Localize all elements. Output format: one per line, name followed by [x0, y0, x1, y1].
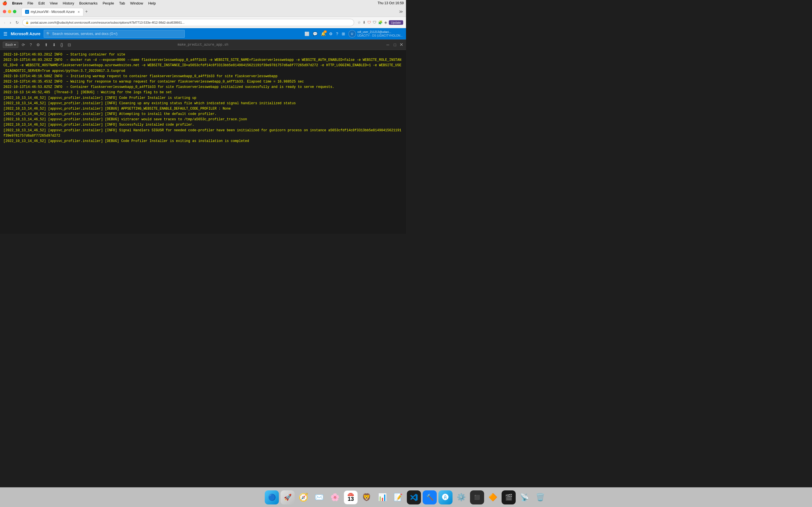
help-button[interactable]: ?	[29, 42, 33, 48]
page-layout: A myLinuxVM - Microsoft Azure ✕ + ≫ ‹ › …	[0, 6, 406, 234]
address-bar[interactable]: 🔒 portal.azure.com/#@udacityhol.onmicros…	[22, 19, 354, 26]
download-icon[interactable]: ⬇	[363, 20, 366, 24]
log-line: 2022-10-13T14:46:35.453Z INFO – Waiting …	[3, 79, 403, 84]
menu-bar-left: 🍎 Brave File Edit View History Bookmarks…	[2, 1, 156, 5]
extension-icon1[interactable]: 🛡	[373, 20, 376, 24]
log-line: [2022_10_13_14_46_52] [appsvc_profiler.i…	[3, 122, 403, 128]
download-terminal-button[interactable]: ⬇	[51, 42, 57, 48]
log-line: 2022-10-13 14:46:52,485 [Thread-3 ] [DEB…	[3, 90, 403, 95]
apple-menu[interactable]: 🍎	[2, 1, 7, 5]
active-tab[interactable]: A myLinuxVM - Microsoft Azure ✕	[21, 8, 84, 16]
log-line: [2022_10_13_14_46_52] [appsvc_profiler.i…	[3, 138, 403, 144]
close-terminal[interactable]: ✕	[400, 42, 403, 48]
azure-search-placeholder: Search resources, services, and docs (G+…	[52, 32, 117, 36]
script-button[interactable]: ⊡	[66, 42, 72, 48]
shell-dropdown[interactable]: Bash ▾	[3, 42, 18, 48]
favicon-letter: A	[26, 11, 28, 13]
lock-icon: 🔒	[26, 21, 29, 24]
azure-header: ☰ Microsoft Azure 🔍 Search resources, se…	[0, 28, 406, 40]
feedback-icon[interactable]: 💬	[313, 32, 317, 36]
user-org: UDACITY - DS (UDACITYHOLON...	[357, 34, 403, 38]
log-line: [2022_10_13_14_46_52] [appsvc_profiler.i…	[3, 128, 403, 138]
log-line: [2022_10_13_14_46_52] [appsvc_profiler.i…	[3, 112, 403, 117]
restart-button[interactable]: ⟳	[20, 42, 26, 48]
sidebar-toggle[interactable]: ≫	[399, 9, 403, 14]
menu-edit[interactable]: Edit	[38, 1, 45, 5]
log-line: 2022-10-13T14:46:53.025Z INFO – Containe…	[3, 84, 403, 90]
dropdown-arrow: ▾	[14, 43, 16, 47]
menu-bar-right: Thu 13 Oct 16:59	[377, 1, 404, 5]
user-avatar: U	[349, 30, 356, 38]
url-text: portal.azure.com/#@udacityhol.onmicrosof…	[31, 21, 351, 24]
terminal-panel: Bash ▾ ⟳ ? ⚙ ⬆ ⬇ {} ⊡ make_predict_azure…	[0, 40, 406, 234]
notification-icon[interactable]: 🔔1	[321, 32, 326, 36]
menu-people[interactable]: People	[103, 1, 114, 5]
menu-file[interactable]: File	[28, 1, 33, 5]
terminal-window-controls: ─ □ ✕	[386, 42, 403, 48]
terminal-toolbar: Bash ▾ ⟳ ? ⚙ ⬆ ⬇ {} ⊡ make_predict_azure…	[0, 40, 406, 50]
tab-bar: A myLinuxVM - Microsoft Azure ✕ +	[21, 8, 388, 15]
log-line: [2022_10_13_14_46_52] [appsvc_profiler.i…	[3, 106, 403, 112]
extension-icon2[interactable]: 🧩	[378, 20, 383, 24]
bookmark-icon[interactable]: ☆	[357, 20, 361, 24]
log-line: [2022_10_13_14_46_52] [appsvc_profiler.i…	[3, 117, 403, 122]
minimize-button[interactable]	[8, 10, 11, 13]
log-line: 2022-10-13T14:46:03.282Z INFO – docker r…	[3, 57, 403, 74]
menu-tab[interactable]: Tab	[119, 1, 125, 5]
nav-right-icons: ☆ ⬇ 🛡 🛡 🧩 ◈ Update	[357, 20, 403, 25]
settings-icon[interactable]: ⚙	[329, 32, 333, 36]
forward-button[interactable]: ›	[9, 20, 12, 25]
menu-help[interactable]: Help	[148, 1, 156, 5]
notification-badge: 1	[324, 31, 326, 33]
browser-title-bar: A myLinuxVM - Microsoft Azure ✕ + ≫	[0, 6, 406, 17]
user-info: odl_user_211213@udaci... UDACITY - DS (U…	[357, 30, 403, 38]
menu-brave[interactable]: Brave	[12, 1, 22, 5]
update-button[interactable]: Update	[389, 20, 403, 25]
log-line: [2022_10_13_14_46_52] [appsvc_profiler.i…	[3, 96, 403, 101]
terminal-settings-icon[interactable]: ⚙	[35, 42, 41, 48]
azure-header-right: ⬜ 💬 🔔1 ⚙ ? ⊞ U odl_user_211213@udaci... …	[305, 30, 403, 38]
cloud-shell-icon[interactable]: ⬜	[305, 32, 309, 36]
menu-bar: 🍎 Brave File Edit View History Bookmarks…	[0, 0, 406, 6]
upload-button[interactable]: ⬆	[43, 42, 49, 48]
code-editor-button[interactable]: {}	[59, 42, 64, 48]
log-line: [2022_10_13_14_46_52] [appsvc_profiler.i…	[3, 101, 403, 106]
log-line: 2022-10-13T14:46:18.580Z INFO – Initiati…	[3, 74, 403, 79]
new-tab-button[interactable]: +	[85, 9, 88, 14]
menu-bookmarks[interactable]: Bookmarks	[79, 1, 98, 5]
azure-logo: Microsoft Azure	[11, 32, 40, 36]
user-name: odl_user_211213@udaci...	[357, 30, 403, 34]
azure-user-menu[interactable]: U odl_user_211213@udaci... UDACITY - DS …	[349, 30, 403, 38]
azure-search-bar[interactable]: 🔍 Search resources, services, and docs (…	[44, 30, 185, 38]
refresh-button[interactable]: ↻	[14, 20, 20, 25]
wallet-icon[interactable]: ◈	[384, 20, 387, 24]
tab-title: myLinuxVM - Microsoft Azure	[31, 10, 75, 14]
close-button[interactable]	[3, 10, 6, 13]
menu-datetime: Thu 13 Oct 16:59	[377, 1, 404, 5]
help-icon[interactable]: ?	[336, 32, 338, 36]
back-button[interactable]: ‹	[3, 20, 6, 25]
terminal-content[interactable]: 2022-10-13T14:46:03.281Z INFO – Starting…	[0, 50, 406, 234]
minimize-terminal[interactable]: ─	[386, 42, 391, 48]
traffic-lights	[3, 10, 16, 13]
nav-bar: ‹ › ↻ 🔒 portal.azure.com/#@udacityhol.on…	[0, 17, 406, 28]
tab-close-icon[interactable]: ✕	[78, 10, 80, 13]
menu-window[interactable]: Window	[130, 1, 143, 5]
directory-icon[interactable]: ⊞	[342, 32, 345, 36]
maximize-button[interactable]	[13, 10, 16, 13]
tab-favicon: A	[25, 10, 29, 14]
menu-view[interactable]: View	[50, 1, 58, 5]
shield-icon[interactable]: 🛡	[367, 20, 371, 24]
menu-history[interactable]: History	[63, 1, 74, 5]
hamburger-menu[interactable]: ☰	[3, 31, 7, 37]
shell-label: Bash	[5, 43, 13, 47]
terminal-title: make_predict_azure_app.sh	[177, 43, 229, 47]
log-line: 2022-10-13T14:46:03.281Z INFO – Starting…	[3, 52, 403, 57]
expand-terminal[interactable]: □	[393, 42, 397, 48]
search-icon: 🔍	[46, 32, 50, 36]
